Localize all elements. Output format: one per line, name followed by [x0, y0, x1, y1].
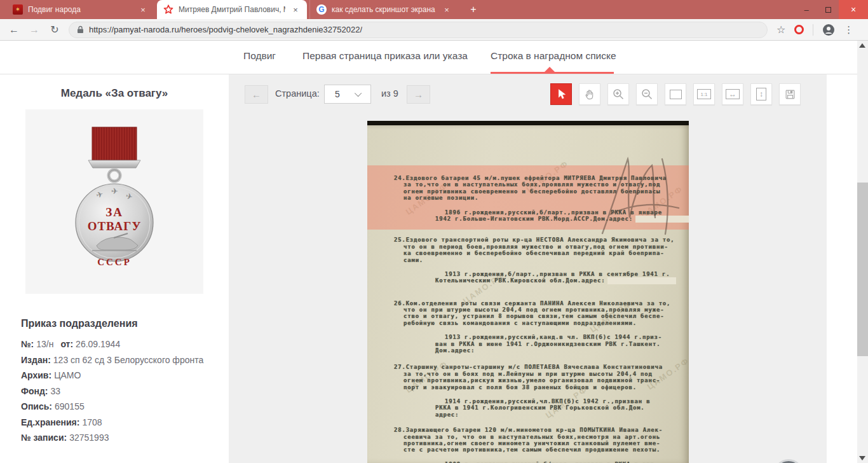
prev-page-button[interactable]: ← — [245, 85, 268, 104]
field-number: №:13/н от:26.09.1944 — [21, 336, 210, 352]
browser-reload-button[interactable]: ↻ — [44, 24, 65, 36]
pointer-icon — [555, 88, 567, 100]
actual-size-icon: 1:1 — [697, 89, 711, 99]
browser-back-button[interactable]: ← — [4, 24, 24, 36]
field-record-number: № записи:32751993 — [21, 430, 210, 446]
window-restore-button[interactable] — [817, 0, 839, 19]
svg-text:ЗА: ЗА — [105, 205, 123, 219]
medal-image-box: ✈ ✈ ✈ ЗА ОТВАГУ СССР — [25, 109, 203, 294]
field-archive: Архив:ЦАМО — [21, 368, 210, 384]
bookmark-star-icon[interactable]: ☆ — [776, 24, 785, 36]
scrollbar[interactable] — [857, 41, 868, 463]
rect-select-icon — [670, 90, 682, 99]
award-entry: 27.Старшину санроты-старшину м/с ПОЛЕТАЕ… — [367, 364, 689, 418]
fit-width-icon: ↔ — [726, 89, 740, 99]
field-fund: Фонд:33 — [21, 384, 210, 399]
section-nav: Подвиг Первая страница приказа или указа… — [0, 41, 857, 74]
fit-width-tool-button[interactable]: ↔ — [722, 83, 743, 105]
total-pages: из 9 — [381, 88, 398, 99]
sidebar: Медаль «За отвагу» — [0, 74, 229, 463]
censored-address-box — [607, 277, 676, 284]
tab-title: Подвиг народа — [28, 5, 133, 14]
tab-award-list-row[interactable]: Строка в наградном списке — [491, 50, 616, 62]
tab-title: как сделать скриншот экрана н — [332, 5, 437, 14]
tab-first-order-page[interactable]: Первая страница приказа или указа — [302, 50, 468, 62]
restore-icon — [825, 7, 831, 13]
hand-tool-button[interactable] — [579, 83, 600, 105]
next-page-button[interactable]: → — [407, 85, 430, 104]
page-label: Страница: — [275, 88, 320, 99]
viewer-toolbar: ← Страница: 5 из 9 → — [229, 83, 827, 105]
page-select-value: 5 — [335, 89, 356, 99]
save-icon — [784, 88, 796, 100]
scrollbar-thumb[interactable] — [857, 183, 868, 356]
browser-tab-mitryaev[interactable]: Митряев Дмитрий Павлович, М × — [157, 0, 307, 19]
menu-icon[interactable]: ⋮ — [844, 24, 853, 36]
extension-icon[interactable] — [794, 25, 804, 34]
svg-text:СССР: СССР — [97, 257, 132, 267]
browser-tab-podvig-naroda[interactable]: ✶ Подвиг народа × — [6, 0, 154, 19]
zoom-out-tool-button[interactable] — [636, 83, 658, 105]
rect-select-tool-button[interactable] — [665, 83, 686, 105]
zoom-out-icon — [641, 88, 653, 100]
medal-red-favicon-icon: ✶ — [13, 4, 23, 15]
award-entry: 26.Ком.отделения роты связи сержанта ПАН… — [367, 300, 689, 354]
document-viewer: ← Страница: 5 из 9 → — [229, 74, 827, 463]
pointer-tool-button[interactable] — [550, 83, 572, 105]
svg-text:✈: ✈ — [111, 186, 118, 196]
scrollbar-up-arrow-icon[interactable] — [859, 43, 865, 48]
award-entry: 28.Заряжающего батареи 120 м/м.минометов… — [367, 427, 689, 463]
window-close-button[interactable]: × — [839, 0, 868, 19]
scrollbar-down-arrow-icon[interactable] — [859, 456, 865, 460]
address-bar[interactable]: https://pamyat-naroda.ru/heroes/podvig-c… — [69, 22, 768, 38]
field-issued: Издан:123 сп 62 сд 3 Белорусского фронта — [21, 352, 210, 368]
tab-close-icon[interactable]: × — [138, 5, 148, 15]
fit-height-icon: ↕ — [756, 88, 766, 100]
browser-toolbar: ← → ↻ https://pamyat-naroda.ru/heroes/po… — [0, 19, 868, 41]
actual-size-tool-button[interactable]: 1:1 — [693, 83, 715, 105]
browser-tab-screenshot-search[interactable]: G как сделать скриншот экрана н × — [309, 0, 458, 19]
fit-height-tool-button[interactable]: ↕ — [750, 83, 772, 105]
award-title: Медаль «За отвагу» — [0, 87, 229, 100]
tab-close-icon[interactable]: × — [442, 5, 452, 15]
active-tab-underline — [491, 72, 614, 74]
order-heading: Приказ подразделения — [21, 318, 210, 329]
tab-close-icon[interactable]: × — [290, 5, 301, 15]
tab-podvig[interactable]: Подвиг — [243, 50, 276, 62]
lock-icon — [77, 25, 84, 34]
google-favicon-icon: G — [316, 4, 327, 15]
browser-forward-button[interactable]: → — [24, 24, 44, 36]
red-star-favicon-icon — [163, 4, 173, 15]
svg-text:ОТВАГУ: ОТВАГУ — [88, 219, 142, 233]
zoom-in-icon — [612, 88, 625, 100]
hand-icon — [583, 88, 596, 100]
field-inventory: Опись:690155 — [21, 399, 210, 415]
field-storage-unit: Ед.хранения:1708 — [21, 415, 210, 431]
browser-title-bar: ✶ Подвиг народа × Митряев Дмитрий Павлов… — [0, 0, 868, 19]
award-entry: 25.Ездового транспортной роты кр-ца НЕСТ… — [367, 237, 689, 284]
profile-icon[interactable] — [822, 24, 835, 36]
url-text: https://pamyat-naroda.ru/heroes/podvig-c… — [89, 25, 362, 34]
zoom-in-tool-button[interactable] — [607, 83, 629, 105]
new-tab-button[interactable]: + — [466, 3, 481, 17]
signature-mark — [591, 154, 686, 240]
window-minimize-button[interactable]: – — [796, 0, 817, 19]
tab-title: Митряев Дмитрий Павлович, М — [179, 5, 285, 14]
divider — [813, 24, 813, 36]
document-page[interactable]: ЦАМО.РФ ЦАМО.РФ ЦАМО.РФ ЦАМО.РФ ЦАМО.РФ … — [367, 121, 689, 463]
medal-za-otvagu-image: ✈ ✈ ✈ ЗА ОТВАГУ СССР — [60, 121, 168, 283]
page-select[interactable]: 5 — [324, 85, 371, 104]
save-tool-button[interactable] — [779, 83, 801, 105]
page-content: Подвиг Первая страница приказа или указа… — [0, 41, 868, 463]
